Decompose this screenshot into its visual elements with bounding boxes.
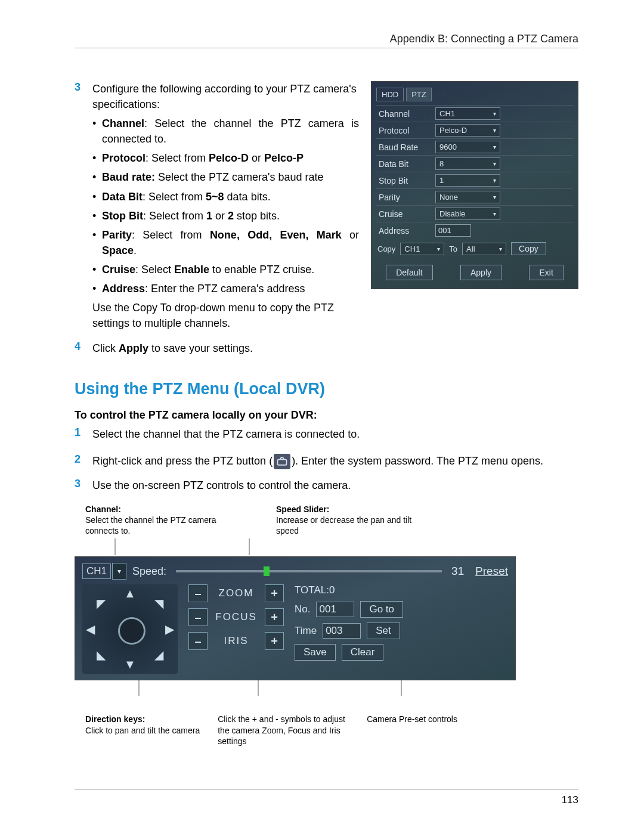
cs3-num: 3: [75, 478, 92, 493]
preset-total: TOTAL:0: [295, 584, 403, 596]
svg-rect-0: [278, 459, 287, 465]
sel-cruise[interactable]: Disable▾: [435, 208, 500, 220]
arrow-sw-icon[interactable]: ◣: [97, 648, 106, 662]
copy-label: Copy: [377, 244, 395, 253]
lbl-stopbit: Stop Bit: [379, 176, 435, 185]
preset-time-input[interactable]: 003: [323, 623, 361, 639]
speed-label: Speed:: [132, 565, 166, 578]
arrow-nw-icon[interactable]: ◤: [97, 596, 106, 611]
step-number-4: 4: [75, 340, 92, 356]
iris-minus[interactable]: –: [188, 632, 208, 650]
arrow-ne-icon[interactable]: ◥: [154, 596, 163, 611]
cs2-num: 2: [75, 453, 92, 469]
tab-ptz[interactable]: PTZ: [406, 88, 432, 101]
lbl-baud: Baud Rate: [379, 143, 435, 152]
page-header: Appendix B: Connecting a PTZ Camera: [75, 33, 578, 48]
arrow-up-icon[interactable]: ▲: [124, 587, 136, 600]
arrow-down-icon[interactable]: ▼: [124, 658, 136, 671]
preset-time-label: Time: [295, 625, 317, 637]
clear-button[interactable]: Clear: [342, 644, 384, 661]
tab-hdd[interactable]: HDD: [376, 88, 404, 101]
lbl-address: Address: [379, 226, 435, 236]
b-address: Address: Enter the PTZ camera's address: [92, 281, 359, 296]
cs1-body: Select the channel that the PTZ camera i…: [92, 426, 578, 442]
default-button[interactable]: Default: [386, 265, 432, 280]
ptz-channel-dropdown[interactable]: ▾: [112, 563, 126, 580]
save-button[interactable]: Save: [295, 644, 336, 661]
zoom-label: ZOOM: [212, 587, 260, 599]
callout-channel: Channel: Select the channel the PTZ came…: [85, 504, 240, 537]
lbl-channel: Channel: [379, 109, 435, 119]
section-subheading: To control the PTZ camera locally on you…: [75, 409, 578, 422]
copy-all[interactable]: All▾: [462, 243, 506, 255]
b-protocol: Protocol: Select from Pelco-D or Pelco-P: [92, 150, 359, 166]
arrow-right-icon[interactable]: ▶: [165, 622, 174, 636]
lbl-databit: Data Bit: [379, 159, 435, 169]
focus-minus[interactable]: –: [188, 608, 208, 626]
callout-dir: Direction keys: Click to pan and tilt th…: [85, 714, 200, 747]
zoom-plus[interactable]: +: [265, 584, 284, 602]
exit-button[interactable]: Exit: [529, 265, 563, 280]
set-button[interactable]: Set: [367, 623, 400, 639]
focus-plus[interactable]: +: [265, 608, 284, 626]
b-parity: Parity: Select from None, Odd, Even, Mar…: [92, 227, 359, 258]
input-address[interactable]: 001: [435, 224, 471, 237]
cs1-num: 1: [75, 426, 92, 442]
sel-databit[interactable]: 8▾: [435, 157, 500, 170]
copy-button[interactable]: Copy: [511, 242, 546, 255]
iris-plus[interactable]: +: [265, 632, 284, 650]
callout-preset: Camera Pre-set controls: [367, 714, 457, 747]
b-cruise: Cruise: Select Enable to enable PTZ crui…: [92, 262, 359, 277]
arrow-left-icon[interactable]: ◀: [86, 622, 95, 636]
b-stopbit: Stop Bit: Select from 1 or 2 stop bits.: [92, 208, 359, 224]
copy-to: To: [449, 244, 457, 253]
sel-stopbit[interactable]: 1▾: [435, 174, 500, 187]
preset-no-label: No.: [295, 603, 310, 615]
callout-speed: Speed Slider: Increase or decrease the p…: [276, 504, 431, 537]
zoom-minus[interactable]: –: [188, 584, 208, 602]
sel-parity[interactable]: None▾: [435, 191, 500, 203]
section-heading: Using the PTZ Menu (Local DVR): [75, 380, 578, 398]
cs3-body: Use the on-screen PTZ controls to contro…: [92, 478, 578, 493]
goto-button[interactable]: Go to: [360, 601, 403, 618]
cs2-body: Right-click and press the PTZ button ( )…: [92, 453, 578, 469]
iris-label: IRIS: [212, 635, 260, 647]
step3-after: Use the Copy To drop-down menu to copy t…: [92, 300, 359, 331]
lbl-parity: Parity: [379, 193, 435, 202]
sel-channel[interactable]: CH1▾: [435, 107, 500, 120]
direction-pad[interactable]: ▲ ▼ ▶ ◀ ◥ ◤ ◢ ◣: [82, 584, 178, 674]
speed-value: 31: [451, 565, 469, 578]
b-databit: Data Bit: Select from 5~8 data bits.: [92, 189, 359, 205]
page-number: 113: [75, 789, 578, 806]
ptz-channel[interactable]: CH1: [82, 563, 111, 579]
speed-slider[interactable]: [176, 570, 442, 572]
preset-title: Preset: [475, 565, 508, 578]
preset-no-input[interactable]: 001: [316, 602, 354, 617]
ptz-control-panel: CH1 ▾ Speed: 31 Preset ▲ ▼ ▶ ◀ ◥ ◤ ◢ ◣: [75, 556, 516, 680]
b-baud: Baud rate: Select the PTZ camera's baud …: [92, 169, 359, 185]
sel-baud[interactable]: 9600▾: [435, 141, 500, 153]
dpad-center[interactable]: [118, 617, 145, 645]
step4-body: Click Apply to save your settings.: [92, 340, 578, 356]
lbl-cruise: Cruise: [379, 209, 435, 219]
arrow-se-icon[interactable]: ◢: [154, 648, 163, 662]
apply-button[interactable]: Apply: [460, 265, 501, 280]
focus-label: FOCUS: [212, 611, 260, 623]
ptz-button-icon: [274, 454, 290, 469]
sel-protocol[interactable]: Pelco-D▾: [435, 124, 500, 137]
copy-ch[interactable]: CH1▾: [400, 243, 444, 255]
step-number-3: 3: [75, 81, 92, 331]
ptz-settings-screenshot: HDD PTZ ChannelCH1▾ ProtocolPelco-D▾ Bau…: [371, 81, 578, 289]
step3-intro: Configure the following according to you…: [92, 81, 359, 112]
b-channel: Channel: Select the channel the PTZ came…: [92, 116, 359, 147]
callout-pm: Click the + and - symbols to adjust the …: [218, 714, 349, 747]
lbl-protocol: Protocol: [379, 126, 435, 135]
